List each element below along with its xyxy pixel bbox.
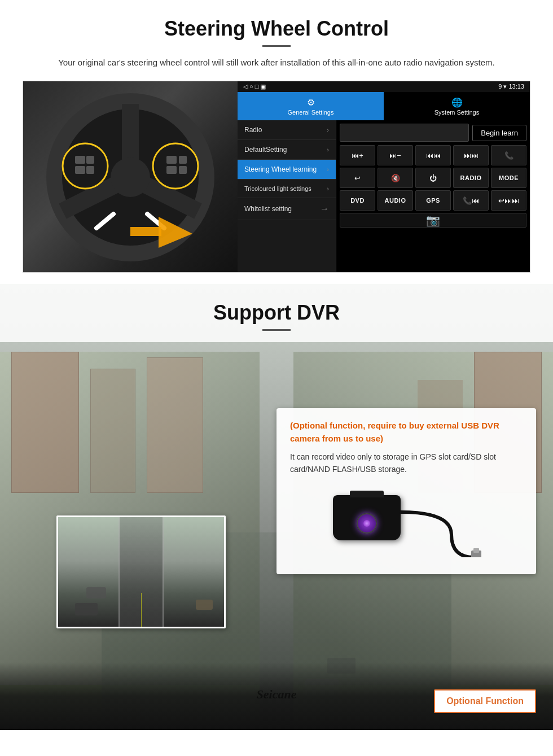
power-btn[interactable]: ⏻: [415, 168, 451, 188]
gear-icon: ⚙: [307, 97, 315, 108]
menu-item-radio[interactable]: Radio ›: [238, 120, 336, 140]
optional-function-badge: Optional Function: [434, 689, 536, 713]
dvr-title-area: Support DVR: [0, 284, 553, 342]
menu-item-tricoloured[interactable]: Tricoloured light settings ›: [238, 180, 336, 198]
dvr-title: Support DVR: [0, 301, 553, 325]
steering-wheel-photo: [23, 81, 238, 273]
optional-badge-text: Optional Function: [446, 696, 524, 706]
learn-input-field[interactable]: [340, 124, 469, 142]
control-row-1: ⏮+ ⏭− ⏮⏮ ⏭⏭ 📞: [340, 145, 526, 165]
svg-rect-21: [473, 548, 479, 553]
svg-rect-14: [166, 156, 177, 164]
android-tabs[interactable]: ⚙ General Settings 🌐 System Settings: [238, 92, 530, 120]
android-ui-panel: ◁ ○ □ ▣ 9 ▾ 13:13 ⚙ General Settings 🌐 S…: [238, 81, 530, 272]
audio-btn[interactable]: AUDIO: [378, 190, 413, 211]
chevron-right-icon: ›: [327, 185, 329, 192]
mute-btn[interactable]: 🔇: [378, 168, 413, 188]
hangup-btn[interactable]: ↩: [340, 168, 375, 188]
svg-rect-11: [75, 166, 85, 174]
svg-rect-19: [130, 227, 161, 236]
steering-section: Steering Wheel Control Your original car…: [0, 0, 553, 284]
svg-rect-10: [75, 156, 85, 164]
radio-btn[interactable]: RADIO: [453, 168, 489, 188]
camera-icon[interactable]: 📷: [340, 213, 526, 228]
dvr-description: It can record video only to storage in G…: [290, 451, 523, 476]
svg-rect-17: [179, 166, 187, 174]
phone-btn[interactable]: 📞: [491, 145, 526, 165]
usb-cable-svg: [384, 490, 485, 557]
camera-mount: [350, 491, 384, 497]
learn-row: Begin learn: [340, 124, 526, 142]
dvd-btn[interactable]: DVD: [340, 190, 375, 211]
optional-text: (Optional function, require to buy exter…: [290, 419, 523, 445]
menu-item-default-setting[interactable]: DefaultSetting ›: [238, 140, 336, 160]
android-content: Radio › DefaultSetting › Steering Wheel …: [238, 120, 530, 272]
chevron-right-icon: ›: [327, 166, 329, 173]
camera-row: 📷: [340, 213, 526, 228]
tab-general-settings[interactable]: ⚙ General Settings: [238, 92, 384, 120]
back-next-btn[interactable]: ↩⏭⏭: [491, 190, 526, 211]
camera-lens: [357, 513, 377, 534]
steering-title: Steering Wheel Control: [23, 17, 530, 41]
next-btn[interactable]: ⏭⏭: [453, 145, 489, 165]
android-controls: Begin learn ⏮+ ⏭− ⏮⏮ ⏭⏭ 📞 ↩ 🔇 ⏻: [336, 120, 530, 272]
svg-rect-13: [86, 166, 94, 174]
steering-wheel-svg: [46, 93, 215, 262]
globe-icon: 🌐: [451, 97, 463, 108]
android-statusbar: ◁ ○ □ ▣ 9 ▾ 13:13: [238, 81, 530, 92]
dvr-section: Support DVR (Optional function, require …: [0, 284, 553, 730]
steering-title-divider: [262, 45, 291, 47]
svg-rect-15: [166, 166, 177, 174]
vol-down-btn[interactable]: ⏭−: [378, 145, 413, 165]
nav-icons: ◁ ○ □ ▣: [243, 83, 266, 90]
menu-item-whitelist[interactable]: Whitelist setting →: [238, 198, 336, 220]
menu-item-steering-wheel-learning[interactable]: Steering Wheel learning ›: [238, 160, 336, 180]
dvr-camera-illustration: [327, 484, 485, 563]
tab-general-label: General Settings: [288, 109, 334, 116]
steering-panel: ◁ ○ □ ▣ 9 ▾ 13:13 ⚙ General Settings 🌐 S…: [23, 81, 530, 273]
dvr-title-divider: [262, 329, 291, 331]
control-row-2: ↩ 🔇 ⏻ RADIO MODE: [340, 168, 526, 188]
vol-up-btn[interactable]: ⏮+: [340, 145, 375, 165]
mode-btn[interactable]: MODE: [491, 168, 526, 188]
dvr-info-card: (Optional function, require to buy exter…: [276, 408, 536, 574]
svg-point-5: [111, 158, 150, 197]
prev-btn[interactable]: ⏮⏮: [415, 145, 451, 165]
arrow-right-icon: →: [320, 204, 329, 214]
camera-symbol-icon: 📷: [426, 213, 440, 227]
camera-lens-inner: [363, 520, 370, 527]
begin-learn-button[interactable]: Begin learn: [472, 125, 526, 141]
control-row-3: DVD AUDIO GPS 📞⏮ ↩⏭⏭: [340, 190, 526, 211]
steering-description: Your original car's steering wheel contr…: [45, 56, 508, 69]
dvr-background: Support DVR (Optional function, require …: [0, 284, 553, 730]
status-right: 9 ▾ 13:13: [498, 83, 524, 90]
call-prev-btn[interactable]: 📞⏮: [453, 190, 489, 211]
chevron-right-icon: ›: [327, 126, 329, 133]
svg-rect-16: [179, 156, 187, 164]
chevron-right-icon: ›: [327, 146, 329, 153]
tab-system-label: System Settings: [434, 109, 479, 116]
dvr-inset-view: [56, 515, 226, 628]
tab-system-settings[interactable]: 🌐 System Settings: [384, 92, 530, 120]
android-menu: Radio › DefaultSetting › Steering Wheel …: [238, 120, 336, 272]
seicane-brand: Seicane: [257, 687, 297, 702]
svg-rect-12: [86, 156, 94, 164]
gps-btn[interactable]: GPS: [415, 190, 451, 211]
